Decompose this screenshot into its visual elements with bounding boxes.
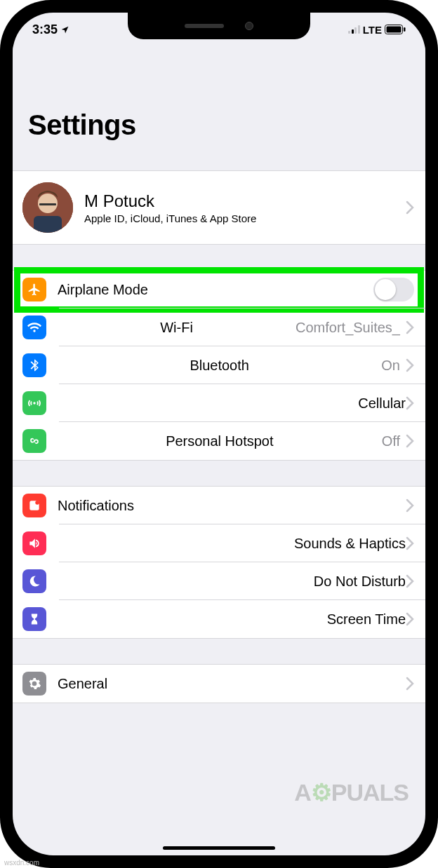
airplane-label: Airplane Mode [58, 282, 148, 298]
general-label: General [58, 676, 107, 692]
bluetooth-label: Bluetooth [190, 358, 249, 374]
bluetooth-icon [22, 353, 46, 377]
moon-icon [22, 569, 46, 593]
sounds-row[interactable]: Sounds & Haptics [13, 524, 425, 562]
chevron-icon [406, 499, 414, 513]
svg-rect-7 [34, 216, 62, 233]
profile-name: M Potuck [84, 191, 406, 211]
connectivity-group: Airplane Mode Wi-Fi Comfort_Suites_ B [13, 270, 425, 461]
chevron-icon [406, 612, 414, 626]
avatar [22, 182, 73, 233]
airplane-icon [22, 278, 46, 301]
notifications-group: Notifications Sounds & Haptics Do Not Di… [13, 486, 425, 639]
chevron-icon [406, 396, 414, 410]
status-time: 3:35 [32, 22, 58, 37]
airplane-toggle[interactable] [373, 278, 414, 301]
chevron-icon [406, 358, 414, 372]
chevron-icon [406, 574, 414, 588]
screen: 3:35 LTE Settings [13, 13, 425, 855]
dnd-label: Do Not Disturb [314, 574, 406, 590]
sounds-label: Sounds & Haptics [294, 536, 406, 552]
home-indicator[interactable] [163, 846, 275, 850]
page-header: Settings [13, 46, 425, 151]
location-icon [60, 25, 69, 34]
carrier-label: LTE [363, 24, 382, 36]
screentime-row[interactable]: Screen Time [13, 600, 425, 638]
notifications-label: Notifications [58, 498, 134, 514]
chevron-icon [406, 320, 414, 334]
chevron-icon [406, 536, 414, 550]
battery-icon [385, 25, 406, 34]
general-group: General [13, 664, 425, 703]
signal-icon [348, 25, 360, 34]
hotspot-row[interactable]: Personal Hotspot Off [13, 422, 425, 460]
svg-rect-1 [387, 27, 401, 33]
svg-point-9 [35, 501, 39, 505]
hotspot-icon [22, 429, 46, 453]
chevron-icon [406, 434, 414, 448]
wifi-icon [22, 316, 46, 339]
svg-rect-2 [404, 27, 406, 32]
cellular-row[interactable]: Cellular [13, 384, 425, 422]
cellular-label: Cellular [358, 395, 406, 412]
wifi-value: Comfort_Suites_ [296, 320, 400, 336]
gear-icon [22, 672, 46, 696]
airplane-mode-row[interactable]: Airplane Mode [13, 271, 425, 308]
watermark: A⚙PUALS [294, 778, 409, 806]
notch [128, 13, 310, 39]
bluetooth-row[interactable]: Bluetooth On [13, 346, 425, 384]
svg-rect-6 [39, 203, 56, 205]
wifi-row[interactable]: Wi-Fi Comfort_Suites_ [13, 308, 425, 346]
profile-subtitle: Apple ID, iCloud, iTunes & App Store [84, 212, 406, 224]
sounds-icon [22, 531, 46, 555]
apple-id-row[interactable]: M Potuck Apple ID, iCloud, iTunes & App … [13, 171, 425, 244]
hotspot-label: Personal Hotspot [166, 433, 273, 449]
source-caption: wsxdn.com [4, 859, 39, 867]
phone-frame: 3:35 LTE Settings [0, 0, 438, 868]
cellular-icon [22, 391, 46, 415]
profile-group: M Potuck Apple ID, iCloud, iTunes & App … [13, 170, 425, 245]
hourglass-icon [22, 607, 46, 631]
chevron-icon [406, 201, 414, 215]
chevron-icon [406, 677, 414, 691]
screentime-label: Screen Time [327, 611, 406, 628]
hotspot-value: Off [382, 433, 400, 449]
wifi-label: Wi-Fi [160, 320, 193, 336]
bluetooth-value: On [381, 358, 400, 374]
page-title: Settings [28, 109, 410, 141]
general-row[interactable]: General [13, 665, 425, 703]
notifications-icon [22, 494, 46, 517]
dnd-row[interactable]: Do Not Disturb [13, 562, 425, 600]
notifications-row[interactable]: Notifications [13, 487, 425, 524]
